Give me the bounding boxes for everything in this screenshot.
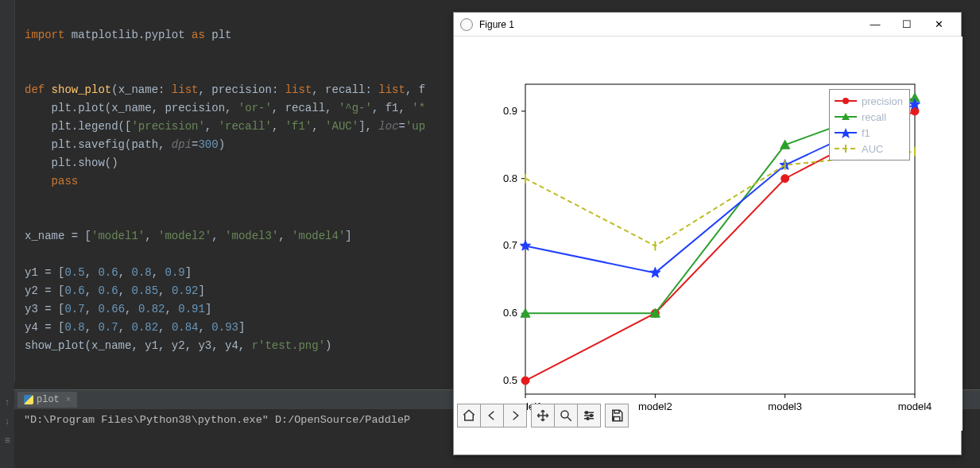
app-icon xyxy=(460,18,473,31)
back-icon[interactable] xyxy=(480,404,504,427)
svg-point-46 xyxy=(587,417,589,420)
svg-text:0.7: 0.7 xyxy=(503,239,517,251)
save-icon[interactable] xyxy=(605,404,629,427)
legend-label: recall xyxy=(862,111,886,123)
svg-point-19 xyxy=(521,377,529,385)
svg-text:model3: model3 xyxy=(768,400,802,412)
figure-window: Figure 1 — ☐ ✕ 0.50.60.70.80.9model1mode… xyxy=(453,12,962,455)
legend-label: AUC xyxy=(862,143,883,155)
tool-strip: ↑ ↓ ≡ xyxy=(0,397,14,447)
mpl-toolbar xyxy=(457,404,628,427)
configure-icon[interactable] xyxy=(577,404,601,427)
down-icon[interactable]: ↓ xyxy=(4,416,10,427)
maximize-button[interactable]: ☐ xyxy=(891,14,923,36)
legend-item: f1 xyxy=(835,125,903,141)
chart-canvas: 0.50.60.70.80.9model1model2model3model4 … xyxy=(454,37,963,431)
svg-text:0.9: 0.9 xyxy=(503,105,517,117)
run-tab-plot[interactable]: plot × xyxy=(17,392,77,408)
figure-titlebar[interactable]: Figure 1 — ☐ ✕ xyxy=(454,13,961,37)
legend-item: precision xyxy=(835,93,903,109)
zoom-icon[interactable] xyxy=(554,404,578,427)
svg-text:model4: model4 xyxy=(898,400,932,412)
svg-point-36 xyxy=(842,98,849,104)
run-tab-label: plot xyxy=(37,394,60,405)
svg-marker-40 xyxy=(840,128,851,138)
svg-text:0.8: 0.8 xyxy=(503,172,517,184)
svg-point-21 xyxy=(781,175,789,183)
svg-text:model2: model2 xyxy=(638,400,672,412)
pan-icon[interactable] xyxy=(531,404,555,427)
svg-point-44 xyxy=(586,412,588,414)
forward-icon[interactable] xyxy=(503,404,527,427)
close-icon[interactable]: × xyxy=(66,395,72,404)
legend-item: recall xyxy=(835,109,903,125)
svg-text:0.6: 0.6 xyxy=(503,307,517,319)
legend: precisionrecallf1AUC xyxy=(829,89,910,161)
home-icon[interactable] xyxy=(457,404,481,427)
overflow-icon[interactable]: ≡ xyxy=(4,435,10,447)
legend-label: precision xyxy=(862,95,903,107)
svg-point-43 xyxy=(561,411,568,418)
minimize-button[interactable]: — xyxy=(859,14,891,36)
close-button[interactable]: ✕ xyxy=(923,14,955,36)
legend-label: f1 xyxy=(862,127,870,139)
svg-point-45 xyxy=(591,415,593,417)
legend-item: AUC xyxy=(835,141,903,157)
svg-text:0.5: 0.5 xyxy=(503,374,517,386)
up-icon[interactable]: ↑ xyxy=(4,397,10,408)
window-title: Figure 1 xyxy=(479,19,514,30)
python-icon xyxy=(24,395,33,404)
